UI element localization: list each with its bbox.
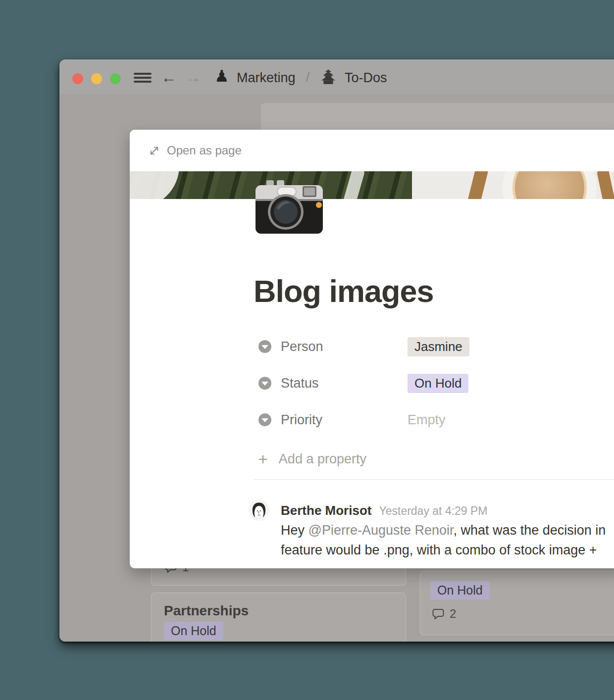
breadcrumb-page[interactable]: To-Dos (345, 70, 387, 86)
comment-header: Berthe Morisot Yesterday at 4:29 PM (281, 503, 488, 518)
comment-text-line1: Hey @Pierre-Auguste Renoir, what was the… (281, 523, 606, 538)
back-button[interactable]: ← (161, 67, 177, 87)
comment-author: Berthe Morisot (281, 503, 371, 518)
close-window-button[interactable] (72, 73, 83, 84)
cover-wood-detail (596, 171, 614, 199)
page-preview-modal: Open as page (130, 130, 614, 568)
status-badge: On Hold (164, 622, 223, 640)
select-property-icon[interactable] (258, 413, 271, 426)
sidebar-menu-icon[interactable] (134, 73, 152, 83)
pawn-icon: ♟ (214, 65, 229, 87)
camera-page-icon[interactable] (255, 179, 324, 235)
expand-diagonal-icon (149, 145, 160, 156)
forward-button[interactable]: → (185, 67, 201, 87)
status-tag[interactable]: On Hold (408, 374, 468, 393)
property-value[interactable]: Jasmine (408, 337, 469, 356)
status-badge: On Hold (430, 581, 490, 600)
plus-icon: + (258, 450, 268, 467)
open-as-page-button[interactable]: Open as page (149, 144, 242, 157)
property-row-priority: Priority Empty (254, 408, 614, 431)
property-label[interactable]: Person (281, 339, 405, 354)
empty-value: Empty (408, 412, 446, 427)
property-label[interactable]: Status (281, 376, 405, 391)
card-title: Partnerships (164, 603, 249, 619)
comment-count: 2 (450, 607, 456, 621)
property-value[interactable]: Empty (408, 412, 446, 428)
property-row-status: Status On Hold (254, 372, 614, 395)
avatar (249, 500, 269, 521)
page-title[interactable]: Blog images (254, 273, 434, 309)
add-property-button[interactable]: + Add a property (254, 449, 366, 469)
property-value[interactable]: On Hold (408, 374, 468, 393)
screenshot-canvas: ← → ♟ Marketing / To-Dos (0, 0, 614, 700)
select-property-icon[interactable] (258, 340, 271, 353)
property-label[interactable]: Priority (281, 412, 405, 428)
section-divider (254, 479, 614, 480)
board-card-right: On Hold 2 (420, 571, 614, 635)
cover-image (130, 171, 614, 199)
zoom-window-button[interactable] (110, 73, 121, 84)
breadcrumb-root[interactable]: Marketing (237, 70, 296, 86)
user-mention[interactable]: @Pierre-Auguste Renoir (308, 523, 454, 538)
comment-bubble-icon (431, 607, 445, 621)
board-card-partnerships: Partnerships On Hold (151, 593, 406, 642)
person-tag[interactable]: Jasmine (408, 337, 469, 356)
comment-text-line2: feature would be .png, with a combo of s… (281, 543, 597, 558)
property-row-person: Person Jasmine (254, 335, 614, 358)
castle-icon (320, 69, 336, 85)
cover-coffee-cup (512, 171, 587, 199)
open-as-page-label: Open as page (167, 144, 242, 157)
add-property-label: Add a property (279, 451, 366, 467)
breadcrumb-separator: / (306, 70, 309, 85)
window-titlebar: ← → ♟ Marketing / To-Dos (59, 59, 614, 95)
minimize-window-button[interactable] (91, 73, 102, 84)
cover-wood-detail (466, 171, 489, 199)
select-property-icon[interactable] (258, 377, 271, 390)
comment-timestamp: Yesterday at 4:29 PM (379, 504, 487, 518)
